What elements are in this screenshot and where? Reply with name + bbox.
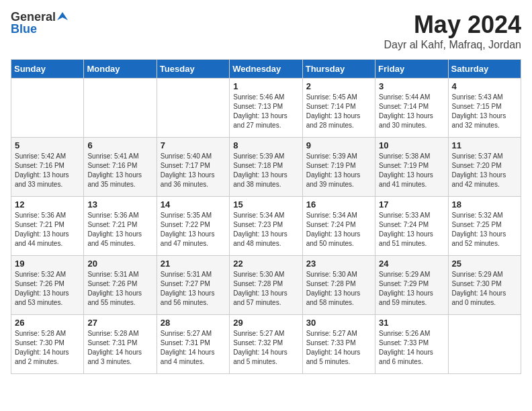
day-number: 15 — [233, 199, 298, 210]
day-number: 29 — [233, 318, 298, 328]
calendar-cell: 12Sunrise: 5:36 AM Sunset: 7:21 PM Dayli… — [11, 197, 84, 256]
day-number: 24 — [379, 259, 444, 269]
cell-content: Sunrise: 5:33 AM Sunset: 7:24 PM Dayligh… — [379, 211, 444, 248]
day-number: 12 — [15, 199, 80, 210]
header-day-tuesday: Tuesday — [157, 60, 229, 79]
logo: General Blue — [11, 11, 68, 35]
cell-content: Sunrise: 5:44 AM Sunset: 7:14 PM Dayligh… — [379, 93, 444, 130]
cell-content: Sunrise: 5:34 AM Sunset: 7:23 PM Dayligh… — [233, 211, 298, 248]
calendar-cell: 13Sunrise: 5:36 AM Sunset: 7:21 PM Dayli… — [84, 197, 157, 256]
cell-content: Sunrise: 5:31 AM Sunset: 7:26 PM Dayligh… — [87, 270, 152, 308]
cell-content: Sunrise: 5:27 AM Sunset: 7:32 PM Dayligh… — [233, 329, 298, 367]
day-number: 5 — [15, 140, 80, 150]
calendar-cell: 24Sunrise: 5:29 AM Sunset: 7:29 PM Dayli… — [375, 256, 448, 315]
title-location: Dayr al Kahf, Mafraq, Jordan — [384, 39, 521, 51]
calendar-cell: 18Sunrise: 5:32 AM Sunset: 7:25 PM Dayli… — [448, 197, 521, 256]
day-number: 6 — [87, 140, 152, 150]
week-row-3: 12Sunrise: 5:36 AM Sunset: 7:21 PM Dayli… — [11, 197, 521, 256]
day-number: 19 — [15, 259, 80, 269]
cell-content: Sunrise: 5:41 AM Sunset: 7:16 PM Dayligh… — [87, 152, 152, 189]
cell-content: Sunrise: 5:32 AM Sunset: 7:25 PM Dayligh… — [452, 211, 517, 248]
day-number: 2 — [306, 81, 371, 91]
day-number: 14 — [161, 199, 226, 210]
calendar-cell: 7Sunrise: 5:40 AM Sunset: 7:17 PM Daylig… — [157, 138, 229, 197]
week-row-2: 5Sunrise: 5:42 AM Sunset: 7:16 PM Daylig… — [11, 138, 521, 197]
title-block: May 2024 Dayr al Kahf, Mafraq, Jordan — [384, 11, 521, 51]
day-number: 9 — [306, 140, 371, 150]
day-number: 31 — [379, 318, 444, 328]
calendar-cell: 16Sunrise: 5:34 AM Sunset: 7:24 PM Dayli… — [302, 197, 375, 256]
cell-content: Sunrise: 5:30 AM Sunset: 7:28 PM Dayligh… — [233, 270, 298, 308]
cell-content: Sunrise: 5:27 AM Sunset: 7:33 PM Dayligh… — [306, 329, 371, 367]
cell-content: Sunrise: 5:39 AM Sunset: 7:19 PM Dayligh… — [306, 152, 371, 189]
calendar-cell: 30Sunrise: 5:27 AM Sunset: 7:33 PM Dayli… — [302, 315, 375, 374]
calendar-cell: 28Sunrise: 5:27 AM Sunset: 7:31 PM Dayli… — [157, 315, 229, 374]
calendar-cell: 31Sunrise: 5:26 AM Sunset: 7:33 PM Dayli… — [375, 315, 448, 374]
cell-content: Sunrise: 5:28 AM Sunset: 7:31 PM Dayligh… — [87, 329, 152, 367]
day-number: 7 — [161, 140, 226, 150]
calendar-table: SundayMondayTuesdayWednesdayThursdayFrid… — [11, 59, 521, 374]
calendar-cell: 1Sunrise: 5:46 AM Sunset: 7:13 PM Daylig… — [230, 79, 302, 138]
day-number: 23 — [306, 259, 371, 269]
cell-content: Sunrise: 5:38 AM Sunset: 7:19 PM Dayligh… — [379, 152, 444, 189]
calendar-cell: 29Sunrise: 5:27 AM Sunset: 7:32 PM Dayli… — [230, 315, 302, 374]
calendar-cell: 5Sunrise: 5:42 AM Sunset: 7:16 PM Daylig… — [11, 138, 84, 197]
calendar-cell — [157, 79, 229, 138]
day-number: 8 — [233, 140, 298, 150]
day-number: 21 — [161, 259, 226, 269]
calendar-body: 1Sunrise: 5:46 AM Sunset: 7:13 PM Daylig… — [11, 79, 521, 374]
day-number: 30 — [306, 318, 371, 328]
calendar-cell — [448, 315, 521, 374]
calendar-cell: 15Sunrise: 5:34 AM Sunset: 7:23 PM Dayli… — [230, 197, 302, 256]
day-number: 28 — [161, 318, 226, 328]
day-number: 10 — [379, 140, 444, 150]
calendar-cell: 4Sunrise: 5:43 AM Sunset: 7:15 PM Daylig… — [448, 79, 521, 138]
logo-general: General — [11, 11, 56, 23]
week-row-4: 19Sunrise: 5:32 AM Sunset: 7:26 PM Dayli… — [11, 256, 521, 315]
calendar-cell — [11, 79, 84, 138]
day-number: 22 — [233, 259, 298, 269]
header-day-friday: Friday — [375, 60, 448, 79]
cell-content: Sunrise: 5:39 AM Sunset: 7:18 PM Dayligh… — [233, 152, 298, 189]
calendar-cell: 25Sunrise: 5:29 AM Sunset: 7:30 PM Dayli… — [448, 256, 521, 315]
day-number: 11 — [452, 140, 517, 150]
cell-content: Sunrise: 5:37 AM Sunset: 7:20 PM Dayligh… — [452, 152, 517, 189]
calendar-cell: 8Sunrise: 5:39 AM Sunset: 7:18 PM Daylig… — [230, 138, 302, 197]
cell-content: Sunrise: 5:36 AM Sunset: 7:21 PM Dayligh… — [15, 211, 80, 248]
header-row: SundayMondayTuesdayWednesdayThursdayFrid… — [11, 60, 521, 79]
day-number: 20 — [87, 259, 152, 269]
day-number: 4 — [452, 81, 517, 91]
day-number: 3 — [379, 81, 444, 91]
calendar-cell: 19Sunrise: 5:32 AM Sunset: 7:26 PM Dayli… — [11, 256, 84, 315]
cell-content: Sunrise: 5:34 AM Sunset: 7:24 PM Dayligh… — [306, 211, 371, 248]
page-header: General Blue May 2024 Dayr al Kahf, Mafr… — [11, 11, 521, 51]
cell-content: Sunrise: 5:35 AM Sunset: 7:22 PM Dayligh… — [161, 211, 226, 248]
calendar-cell: 27Sunrise: 5:28 AM Sunset: 7:31 PM Dayli… — [84, 315, 157, 374]
cell-content: Sunrise: 5:31 AM Sunset: 7:27 PM Dayligh… — [161, 270, 226, 308]
day-number: 1 — [233, 81, 298, 91]
week-row-5: 26Sunrise: 5:28 AM Sunset: 7:30 PM Dayli… — [11, 315, 521, 374]
calendar-cell: 21Sunrise: 5:31 AM Sunset: 7:27 PM Dayli… — [157, 256, 229, 315]
calendar-cell: 6Sunrise: 5:41 AM Sunset: 7:16 PM Daylig… — [84, 138, 157, 197]
cell-content: Sunrise: 5:43 AM Sunset: 7:15 PM Dayligh… — [452, 93, 517, 130]
calendar-cell: 20Sunrise: 5:31 AM Sunset: 7:26 PM Dayli… — [84, 256, 157, 315]
cell-content: Sunrise: 5:29 AM Sunset: 7:29 PM Dayligh… — [379, 270, 444, 308]
title-month: May 2024 — [384, 11, 521, 39]
calendar-cell: 11Sunrise: 5:37 AM Sunset: 7:20 PM Dayli… — [448, 138, 521, 197]
calendar-cell: 3Sunrise: 5:44 AM Sunset: 7:14 PM Daylig… — [375, 79, 448, 138]
calendar-cell: 23Sunrise: 5:30 AM Sunset: 7:28 PM Dayli… — [302, 256, 375, 315]
day-number: 25 — [452, 259, 517, 269]
calendar-cell: 22Sunrise: 5:30 AM Sunset: 7:28 PM Dayli… — [230, 256, 302, 315]
logo-blue: Blue — [11, 23, 68, 35]
header-day-saturday: Saturday — [448, 60, 521, 79]
cell-content: Sunrise: 5:26 AM Sunset: 7:33 PM Dayligh… — [379, 329, 444, 367]
calendar-header: SundayMondayTuesdayWednesdayThursdayFrid… — [11, 60, 521, 79]
calendar-cell: 26Sunrise: 5:28 AM Sunset: 7:30 PM Dayli… — [11, 315, 84, 374]
cell-content: Sunrise: 5:32 AM Sunset: 7:26 PM Dayligh… — [15, 270, 80, 308]
cell-content: Sunrise: 5:36 AM Sunset: 7:21 PM Dayligh… — [87, 211, 152, 248]
header-day-wednesday: Wednesday — [230, 60, 302, 79]
day-number: 18 — [452, 199, 517, 210]
calendar-cell — [84, 79, 157, 138]
cell-content: Sunrise: 5:45 AM Sunset: 7:14 PM Dayligh… — [306, 93, 371, 130]
day-number: 26 — [15, 318, 80, 328]
